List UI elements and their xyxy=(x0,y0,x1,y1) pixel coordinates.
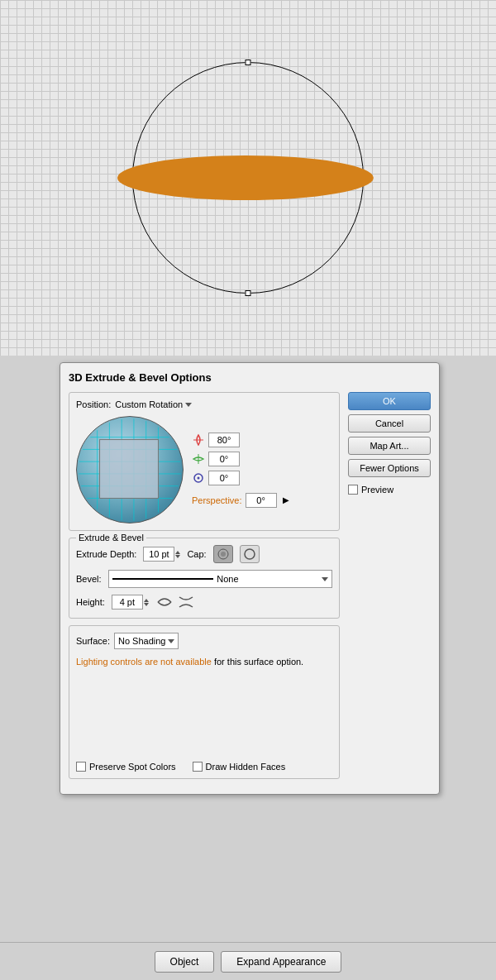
preview-checkbox-row: Preview xyxy=(348,485,431,495)
cap-label: Cap: xyxy=(187,549,206,559)
map-art-button[interactable]: Map Art... xyxy=(348,437,431,455)
position-dropdown-arrow-icon xyxy=(185,403,192,407)
perspective-arrow-btn[interactable]: ▶ xyxy=(280,495,292,506)
height-up-arrow-icon xyxy=(144,599,149,602)
preserve-spot-checkbox[interactable] xyxy=(76,762,86,772)
shape-container xyxy=(132,62,364,294)
rotation-z-icon xyxy=(192,471,205,485)
rotation-z-row: 0° xyxy=(192,471,292,485)
rotation-y-icon xyxy=(192,452,205,466)
canvas-area xyxy=(0,0,496,356)
rotation-inputs: 80° 0° xyxy=(192,433,292,508)
position-label: Position: xyxy=(76,399,111,409)
preserve-spot-text: Preserve Spot Colors xyxy=(89,762,176,772)
cap-off-button[interactable] xyxy=(240,545,260,563)
surface-warning-highlight: Lighting controls are not available xyxy=(76,657,212,667)
extrude-depth-down-arrow-icon xyxy=(175,555,180,558)
draw-hidden-label[interactable]: Draw Hidden Faces xyxy=(193,762,286,772)
perspective-label: Perspective: xyxy=(192,495,242,505)
extrude-section-label: Extrude & Bevel xyxy=(76,533,146,543)
dialog-left: Position: Custom Rotation xyxy=(69,392,340,786)
extrude-depth-value-box: 10 pt xyxy=(143,547,180,562)
extrude-depth-row: Extrude Depth: 10 pt Cap: xyxy=(76,545,332,563)
surface-select[interactable]: No Shading xyxy=(114,633,179,649)
svg-point-20 xyxy=(245,549,255,559)
bottom-toolbar: Object Expand Appearance xyxy=(0,942,496,980)
bevel-select-arrow-icon xyxy=(322,577,328,581)
dialog-right: OK Cancel Map Art... Fewer Options Previ… xyxy=(348,392,431,786)
extrude-depth-label: Extrude Depth: xyxy=(76,549,136,559)
preview-sphere-container: 80° 0° xyxy=(76,416,332,523)
preview-checkbox[interactable] xyxy=(348,485,358,495)
perspective-input[interactable]: 0° xyxy=(246,493,277,508)
extrude-bevel-section: Extrude & Bevel Extrude Depth: 10 pt Cap… xyxy=(69,538,340,619)
height-value-box: 4 pt xyxy=(112,595,149,610)
draw-hidden-text: Draw Hidden Faces xyxy=(206,762,286,772)
dialog-title: 3D Extrude & Bevel Options xyxy=(69,371,431,384)
svg-point-19 xyxy=(221,552,226,557)
handle-bottom[interactable] xyxy=(246,290,251,296)
checkboxes-row: Preserve Spot Colors Draw Hidden Faces xyxy=(76,762,332,772)
surface-warning: Lighting controls are not available for … xyxy=(76,656,332,668)
surface-value: No Shading xyxy=(118,636,166,646)
rotation-x-input[interactable]: 80° xyxy=(208,433,240,447)
rotation-z-input[interactable]: 0° xyxy=(208,471,240,485)
draw-hidden-checkbox[interactable] xyxy=(193,762,203,772)
position-section: Position: Custom Rotation xyxy=(69,392,340,531)
height-row: Height: 4 pt xyxy=(76,593,332,611)
rotation-x-icon xyxy=(192,433,205,447)
bevel-line-icon xyxy=(112,578,214,580)
position-value: Custom Rotation xyxy=(115,399,183,409)
extrude-depth-arrows[interactable] xyxy=(175,551,180,558)
surface-header: Surface: No Shading xyxy=(76,633,332,649)
svg-rect-13 xyxy=(100,440,159,499)
height-icons xyxy=(155,593,195,611)
sphere-background xyxy=(76,416,184,523)
height-down-arrow-icon xyxy=(144,603,149,606)
svg-point-17 xyxy=(198,476,200,479)
rotation-y-row: 0° xyxy=(192,452,292,466)
rotation-x-row: 80° xyxy=(192,433,292,447)
sphere-preview[interactable] xyxy=(76,416,184,523)
height-icon-concave-button[interactable] xyxy=(177,593,195,611)
ok-button[interactable]: OK xyxy=(348,392,431,410)
dialog-3d-extrude: 3D Extrude & Bevel Options Position: Cus… xyxy=(60,362,440,795)
surface-dropdown-arrow-icon xyxy=(168,639,174,643)
bevel-row: Bevel: None xyxy=(76,570,332,588)
expand-appearance-button[interactable]: Expand Appearance xyxy=(221,951,341,973)
fewer-options-button[interactable]: Fewer Options xyxy=(348,459,431,477)
height-icon-convex-button[interactable] xyxy=(155,593,174,611)
rotation-y-input[interactable]: 0° xyxy=(208,452,240,466)
bevel-value: None xyxy=(217,574,318,584)
dialog-body: Position: Custom Rotation xyxy=(69,392,431,786)
preview-label: Preview xyxy=(361,485,393,495)
bevel-label: Bevel: xyxy=(76,574,102,584)
cancel-button[interactable]: Cancel xyxy=(348,414,431,433)
surface-label: Surface: xyxy=(76,636,110,646)
position-dropdown[interactable]: Custom Rotation xyxy=(115,399,192,409)
object-button[interactable]: Object xyxy=(155,951,215,973)
orange-ellipse xyxy=(117,155,374,200)
perspective-row: Perspective: 0° ▶ xyxy=(192,493,292,508)
height-input[interactable]: 4 pt xyxy=(112,595,143,610)
sphere-grid-svg xyxy=(77,417,183,523)
preserve-spot-label[interactable]: Preserve Spot Colors xyxy=(76,762,176,772)
extrude-depth-up-arrow-icon xyxy=(175,551,180,554)
height-label: Height: xyxy=(76,597,105,607)
height-arrows[interactable] xyxy=(144,599,149,606)
bevel-select[interactable]: None xyxy=(108,570,332,588)
handle-top[interactable] xyxy=(246,60,251,65)
cap-on-button[interactable] xyxy=(213,545,233,563)
position-header: Position: Custom Rotation xyxy=(76,399,332,409)
extrude-depth-input[interactable]: 10 pt xyxy=(143,547,174,562)
surface-content: Lighting controls are not available for … xyxy=(76,656,332,755)
surface-section: Surface: No Shading Lighting controls ar… xyxy=(69,625,340,779)
